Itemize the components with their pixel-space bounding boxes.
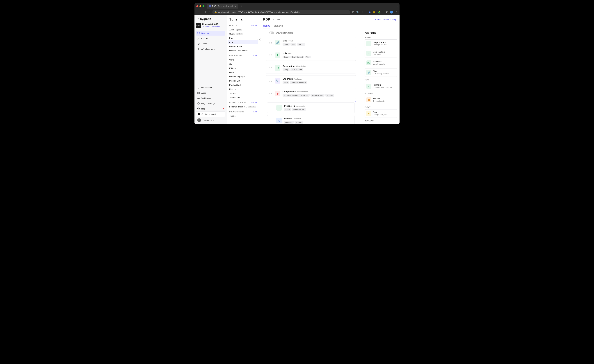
window-minimize[interactable] <box>199 5 201 7</box>
enum-item[interactable]: Theme <box>228 114 258 118</box>
extensions-menu-icon[interactable]: 🧩 <box>378 11 381 14</box>
nav-support[interactable]: Contact support <box>196 112 225 117</box>
field-card[interactable]: ⋮⋮T≡Description#descriptionStringMulti l… <box>266 63 356 74</box>
drag-handle-icon[interactable]: ⋮⋮ <box>268 54 273 56</box>
sidepanel-icon[interactable]: ◧ <box>386 11 388 14</box>
field-tag: String <box>283 68 290 71</box>
close-icon[interactable]: ✕ <box>234 5 236 7</box>
bell-icon <box>197 86 200 89</box>
new-tab-button[interactable]: + <box>241 5 242 8</box>
add-field-type[interactable]: Boolean <box>364 123 397 124</box>
bookmark-icon[interactable]: ☆ <box>362 11 364 14</box>
field-category-heading: FLOAT <box>364 106 397 108</box>
window-close[interactable] <box>196 5 198 7</box>
field-card[interactable]: ⋮⋮TProduct ID#productIdStringSingle line… <box>267 102 354 113</box>
nav-schema[interactable]: Schema <box>196 31 225 36</box>
field-card[interactable]: ⋮⋮🔗Slug#slugStringSlugUnique <box>266 37 356 48</box>
main-content: PDP #Pdp ••• ↗ Go to content editing FIE… <box>259 15 399 124</box>
profile-icon[interactable] <box>390 11 393 13</box>
field-type-title: Multi line text <box>373 51 385 53</box>
drag-handle-icon[interactable]: ⋮⋮ <box>268 41 273 44</box>
play-icon <box>197 48 200 50</box>
drag-handle-icon[interactable]: ⋮⋮ <box>268 80 273 82</box>
model-item[interactable]: Page <box>228 36 258 40</box>
window-maximize[interactable] <box>202 5 204 7</box>
add-model-button[interactable]: + Add <box>251 25 257 27</box>
component-item[interactable]: Tutorial <box>228 91 258 95</box>
add-field-type[interactable]: T≡Multi line textDescription <box>364 49 397 57</box>
forward-button[interactable]: → <box>201 11 203 13</box>
drag-handle-icon[interactable]: ⋮⋮ <box>270 119 274 122</box>
drag-handle-icon[interactable]: ⋮⋮ <box>268 67 273 69</box>
project-card[interactable]: skncre Hygraph SKNCRE ⎇ Master Environme… <box>196 23 225 28</box>
back-button[interactable]: ← <box>196 11 199 13</box>
model-item[interactable]: Querysystem <box>228 32 258 36</box>
add-enum-button[interactable]: + Add <box>251 111 257 113</box>
branch-icon: ⎇ <box>202 26 204 28</box>
tab-fields[interactable]: FIELDS <box>263 23 270 29</box>
reload-button[interactable]: ⟳ <box>205 11 207 14</box>
user-menu[interactable]: Tim Benniks <box>196 117 225 123</box>
component-item[interactable]: Routine <box>228 87 258 91</box>
model-item[interactable]: Related Product List <box>228 49 258 53</box>
extension-icon[interactable]: ◉ <box>369 11 371 14</box>
extension-icon[interactable]: ▦ <box>373 11 375 14</box>
remote-source-item[interactable]: Federate This SK…GRAP… <box>228 105 258 109</box>
field-name: Slug <box>283 40 287 42</box>
project-name: Hygraph SKNCRE <box>202 23 220 25</box>
add-field-type[interactable]: TSingle line textHeadings and titles <box>364 40 397 48</box>
component-item[interactable]: ProductCard <box>228 83 258 87</box>
add-field-type[interactable]: M↓MarkdownMarkdown editor <box>364 59 397 67</box>
zoom-icon[interactable]: 🔍 <box>356 11 359 14</box>
field-card[interactable]: ⋮⋮TTitle#titleStringSingle line textTitl… <box>266 50 356 61</box>
system-fields-toggle[interactable] <box>269 32 274 34</box>
drag-handle-icon[interactable]: ⋮⋮ <box>270 107 274 109</box>
model-menu-icon[interactable]: ••• <box>277 18 280 21</box>
browser-tab[interactable]: PDP - Schema - Hygraph ✕ <box>207 4 238 8</box>
enum-heading: ENUMERATIONS <box>229 111 244 113</box>
add-field-type[interactable]: πFloatRatings, price, etc. <box>364 109 397 118</box>
browser-menu-icon[interactable]: ⋮ <box>395 11 398 14</box>
field-type-title: Single line text <box>373 41 387 43</box>
model-item[interactable]: Assetsystem <box>228 28 258 32</box>
add-field-type[interactable]: 42NumberID, quantity, etc. <box>364 96 397 104</box>
home-button[interactable]: ⌂ <box>209 11 210 13</box>
nav-help[interactable]: Help <box>196 106 225 111</box>
component-item[interactable]: Product Highlight <box>228 74 258 79</box>
component-item[interactable]: Editorial <box>228 66 258 70</box>
field-card[interactable]: ⋮⋮📎OG Image#ogImageAssetTwo-way referenc… <box>266 75 356 86</box>
add-component-button[interactable]: + Add <box>251 55 257 57</box>
model-item[interactable]: PDP <box>228 40 258 44</box>
component-item[interactable]: Cta <box>228 62 258 66</box>
browser-toolbar: ← → ⟳ ⌂ 🔒 app.hygraph.com/31e205479eae44… <box>195 9 399 15</box>
logo[interactable]: hygraph <box>196 17 211 21</box>
nav-content[interactable]: Content <box>196 36 225 41</box>
component-item[interactable]: Hero <box>228 70 258 74</box>
field-name: OG Image <box>283 78 293 80</box>
nav-webhooks[interactable]: Webhooks <box>196 96 225 101</box>
component-item[interactable]: Card <box>228 58 258 62</box>
install-app-icon[interactable]: ⊞ <box>352 11 354 14</box>
add-remote-button[interactable]: + Add <box>251 101 257 104</box>
nav-apps[interactable]: Apps <box>196 90 225 95</box>
url-field[interactable]: 🔒 app.hygraph.com/31e205479eae4485ae5be4… <box>212 10 350 14</box>
field-api-id: #description <box>296 65 306 67</box>
component-item[interactable]: Tutorial Item <box>228 95 258 100</box>
drag-handle-icon[interactable]: ⋮⋮ <box>268 92 273 95</box>
goto-content-link[interactable]: ↗ Go to content editing <box>375 18 396 21</box>
field-card[interactable]: ⋮⋮⬡Product#productGraphQLRemote <box>267 115 354 124</box>
collapse-button[interactable]: « <box>257 38 261 41</box>
add-field-type[interactable]: ≡Rich textText editor with formatting <box>364 82 397 90</box>
sidebar-primary: hygraph ••• skncre Hygraph SKNCRE ⎇ Mast… <box>195 15 227 124</box>
nav-notifications[interactable]: Notifications <box>196 85 225 90</box>
tabs-dropdown[interactable]: ⌄ <box>396 6 398 7</box>
project-menu-icon[interactable]: ••• <box>222 18 225 20</box>
nav-assets[interactable]: Assets <box>196 41 225 46</box>
add-field-type[interactable]: 🔗SlugURL friendly identifier <box>364 68 397 77</box>
nav-api-playground[interactable]: API playground <box>196 47 225 51</box>
nav-settings[interactable]: Project settings <box>196 101 225 106</box>
model-item[interactable]: Product Focus <box>228 44 258 49</box>
component-item[interactable]: Product List <box>228 79 258 83</box>
tab-sidebar[interactable]: SIDEBAR <box>274 23 283 29</box>
field-card[interactable]: ⋮⋮◈Components#componentsRoutines, Tutori… <box>266 88 356 99</box>
